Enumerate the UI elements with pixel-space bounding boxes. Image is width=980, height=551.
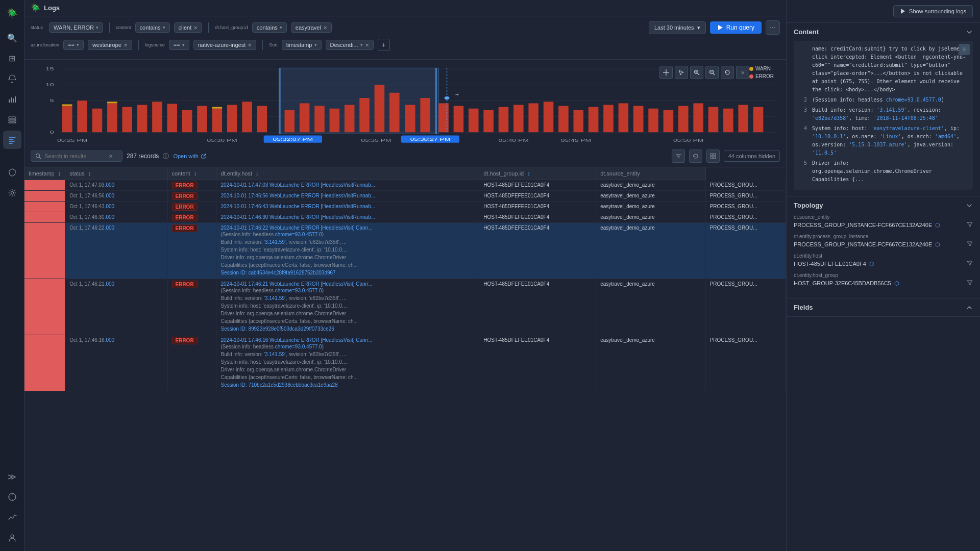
svg-rect-74 [708, 107, 719, 133]
sidebar-item-apm[interactable] [3, 90, 21, 108]
fields-expand-icon [966, 304, 973, 311]
topology-hostgroup-link[interactable]: ⬡ [894, 280, 899, 287]
svg-rect-3 [15, 96, 16, 103]
show-surrounding-button[interactable]: Show surrounding logs [893, 5, 973, 17]
table-row[interactable]: Oct 1, 17:46:56.000ERROR2024-10-01 17:46… [24, 191, 786, 202]
chart-zoom-out-button[interactable] [705, 66, 719, 79]
filter-chip-sort-ts[interactable]: timestamp ▾ [282, 40, 322, 50]
table-row[interactable]: Oct 1, 17:46:43.000ERROR2024-10-01 17:46… [24, 202, 786, 212]
chart-zoom-in-button[interactable] [690, 66, 703, 79]
chart-crosshair-button[interactable] [659, 66, 673, 79]
sidebar-item-user[interactable] [3, 529, 21, 547]
topology-section-header[interactable]: Topology [787, 196, 980, 214]
sidebar-item-alerts[interactable] [3, 69, 21, 88]
table-row[interactable]: Oct 1, 17:46:21.000ERROR2024-10-01 17:46… [24, 279, 786, 335]
filter-chip-location-val[interactable]: westeurope ✕ [88, 40, 132, 50]
grid-view-button[interactable] [706, 149, 720, 163]
svg-rect-65 [573, 110, 583, 132]
topology-host-link[interactable]: ⬡ [869, 261, 874, 267]
sidebar-item-metrics[interactable] [3, 508, 21, 527]
sidebar-item-logs[interactable] [3, 131, 21, 149]
svg-rect-80 [212, 107, 223, 109]
table-row[interactable]: Oct 1, 17:47:03.000ERROR2024-10-01 17:47… [24, 180, 786, 191]
filter-chip-sort-dir[interactable]: Descendi... ▾ ✕ [326, 40, 374, 50]
filter-sort-dir-arrow: ▾ [360, 42, 363, 47]
svg-rect-76 [738, 105, 748, 133]
col-header-host-group[interactable]: dt.host_group.id ↕ [479, 167, 596, 180]
filter-label-logsource: logsource [145, 42, 165, 47]
filter-chip-logsource-val[interactable]: native-azure-ingest ✕ [193, 40, 257, 50]
filter-content-close[interactable]: ✕ [193, 25, 198, 31]
col-header-entity-host[interactable]: dt.entity.host ↕ [216, 167, 479, 180]
col-header-timestamp[interactable]: timestamp ↕ [24, 167, 65, 180]
chart-undo-button[interactable] [721, 66, 734, 79]
svg-line-14 [698, 73, 700, 76]
log-line-0: name: creditCard:submit} try to click by… [799, 45, 968, 94]
search-in-results-input[interactable] [44, 153, 106, 159]
search-box[interactable]: ✕ [31, 151, 122, 162]
content-collapse-icon [966, 29, 973, 36]
copy-button[interactable]: ⎘ [959, 44, 970, 55]
topology-source-filter[interactable] [967, 221, 973, 229]
chart-more-button[interactable]: » [736, 66, 749, 79]
refresh-button[interactable] [689, 149, 702, 163]
log-line-1: 2 (Session info: headless chrome=93.0.45… [799, 96, 968, 104]
filter-chip-hostgroup-val[interactable]: easytravel ✕ [291, 22, 332, 33]
more-options-button[interactable]: ⋯ [766, 20, 780, 35]
sidebar-item-expand[interactable]: ≫ [3, 467, 21, 486]
topology-host-filter[interactable] [967, 260, 973, 267]
svg-rect-73 [693, 103, 703, 132]
columns-hidden-button[interactable]: 44 columns hidden [724, 151, 780, 162]
sidebar-item-explore[interactable] [3, 488, 21, 506]
results-info-icon[interactable]: ⓘ [163, 152, 169, 161]
sidebar-item-search[interactable]: 🔍 [3, 29, 21, 47]
filter-sort-close[interactable]: ✕ [365, 42, 369, 48]
content-section-header[interactable]: Content [787, 23, 980, 41]
table-row[interactable]: Oct 1, 17:46:16.000ERROR2024-10-01 17:46… [24, 335, 786, 391]
svg-rect-31 [77, 101, 87, 132]
sidebar-item-apps[interactable]: ⊞ [3, 49, 21, 67]
topology-hostgroup-filter[interactable] [967, 280, 973, 287]
time-range-arrow: ▾ [697, 24, 700, 31]
search-close-icon[interactable]: ✕ [109, 154, 113, 159]
svg-rect-52 [389, 93, 400, 132]
time-range-button[interactable]: Last 30 minutes ▾ [649, 21, 706, 34]
filter-settings-button[interactable] [672, 149, 685, 163]
filter-chip-logsource-op[interactable]: == ▾ [169, 40, 189, 50]
col-header-source-entity[interactable]: dt.source_entity [596, 167, 706, 180]
filter-logsource-close[interactable]: ✕ [248, 42, 252, 48]
table-row[interactable]: Oct 1, 17:46:30.000ERROR2024-10-01 17:46… [24, 212, 786, 223]
filter-chip-location-op[interactable]: == ▾ [63, 40, 84, 50]
sidebar-item-security[interactable] [3, 163, 21, 182]
filter-location-close[interactable]: ✕ [124, 42, 128, 48]
add-filter-button[interactable]: + [378, 39, 390, 51]
chart-toolbar: » [659, 66, 749, 79]
run-query-button[interactable]: Run query [710, 21, 762, 34]
chart-cursor-button[interactable] [675, 66, 688, 79]
topology-pg-link[interactable]: ⬡ [935, 241, 940, 248]
svg-rect-57 [454, 106, 464, 133]
filter-chip-hostgroup-op[interactable]: contains ▾ [252, 22, 287, 33]
topology-source-entity: dt.source_entity PROCESS_GROUP_INSTANCE-… [794, 214, 973, 229]
sidebar-item-infra[interactable] [3, 110, 21, 129]
filter-status-value: WARN, ERROR [54, 24, 94, 31]
filter-chip-content-op[interactable]: contains ▾ [135, 22, 170, 33]
filter-location-op: == [68, 42, 75, 48]
filter-hostgroup-close[interactable]: ✕ [323, 25, 327, 31]
topology-source-link[interactable]: ⬡ [935, 222, 940, 229]
sidebar-item-settings[interactable] [3, 184, 21, 202]
filter-chip-status[interactable]: WARN, ERROR ▾ [49, 22, 103, 33]
svg-rect-54 [405, 105, 415, 133]
fields-section-header[interactable]: Fields [787, 298, 980, 316]
topology-pg-filter[interactable] [967, 241, 973, 248]
filter-chip-content-val[interactable]: client ✕ [174, 22, 203, 33]
cell-entity: PROCESS_GROU... [705, 202, 786, 212]
svg-rect-49 [345, 105, 355, 133]
table-row[interactable]: Oct 1, 17:46:22.000ERROR2024-10-01 17:46… [24, 223, 786, 279]
open-with-button[interactable]: Open with [173, 153, 207, 159]
cell-status: ERROR [167, 279, 216, 335]
svg-rect-5 [9, 119, 16, 121]
col-header-content[interactable]: content ↕ [167, 167, 216, 180]
col-header-status[interactable]: status ↕ [65, 167, 167, 180]
table-container: timestamp ↕ status ↕ content ↕ dt.entity… [24, 167, 786, 551]
